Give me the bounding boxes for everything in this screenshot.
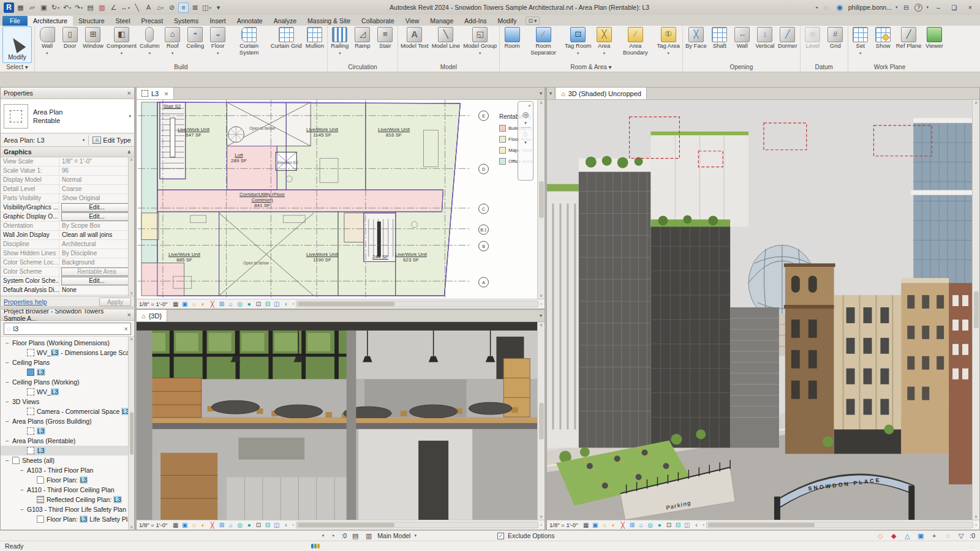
stair-button[interactable]: Stair — [374, 26, 396, 63]
reveal-hidden-elements-icon[interactable]: ◎ — [235, 521, 244, 529]
property-row[interactable]: Parts Visibility Show Original — [1, 194, 134, 203]
curtain-system-button[interactable]: Curtain System — [230, 26, 269, 63]
close-button[interactable]: × — [964, 2, 976, 12]
browser-sheet-view[interactable]: Reflected Ceiling Plan: L3 — [1, 495, 134, 504]
railing-button[interactable]: Railing ▾ — [329, 26, 351, 63]
close-inactive-windows-icon[interactable]: ⊠ — [190, 2, 200, 13]
tree-expander-icon[interactable] — [6, 340, 12, 347]
help-menu-chevron-icon[interactable]: ▾ — [926, 5, 929, 10]
ceiling-button[interactable]: Ceiling — [184, 26, 206, 63]
editing-requests-icon[interactable]: ◔ — [328, 531, 337, 540]
displace-elements-icon[interactable]: ◫ — [682, 521, 692, 529]
area-tag[interactable]: Corridor/Utility (Floor Common) 841 SF — [236, 192, 288, 208]
select-elements-by-face-icon[interactable]: ▣ — [916, 531, 925, 540]
worksets-icon[interactable]: ▤ — [350, 531, 360, 540]
close-navbar-icon[interactable]: × — [528, 103, 531, 108]
show-crop-region-icon[interactable]: ⊞ — [217, 521, 226, 529]
area-tag[interactable]: Live/Work Unit 885 SF — [168, 252, 200, 263]
displace-elements-icon[interactable]: ◫ — [272, 521, 281, 529]
tab-massing-site[interactable]: Massing & Site — [302, 16, 356, 26]
browser-scrollbar[interactable]: ∧∨ — [128, 337, 134, 530]
instance-chevron-icon[interactable]: ▾ — [83, 138, 85, 143]
exterior-view-tab[interactable]: ⌂ 3D (Shaded) Uncropped — [556, 88, 647, 99]
select-panel-label[interactable]: Select ▾ — [2, 63, 32, 72]
status-chevron-icon[interactable]: ▾ — [322, 533, 325, 538]
browser-view[interactable]: L3 — [1, 426, 134, 436]
instance-selector[interactable]: Area Plan: L3 — [4, 137, 80, 144]
browser-view[interactable]: Camera - Commercial Space L3 — [1, 407, 134, 416]
grid-bubble[interactable]: C — [478, 204, 489, 214]
door-button[interactable]: Door — [59, 26, 81, 63]
select-links-icon[interactable]: ◇ — [875, 531, 885, 540]
vertical-opening-button[interactable]: Vertical — [754, 26, 776, 63]
browser-group[interactable]: Floor Plans (Working Dimensions) — [1, 338, 134, 348]
property-row[interactable]: Display Model Normal — [1, 176, 134, 185]
property-row[interactable]: Wall Join Display Clean all wall joins — [1, 231, 134, 240]
tree-expander-icon[interactable] — [6, 418, 12, 425]
thin-lines-icon[interactable]: ≡ — [178, 2, 189, 13]
tab-list-chevron-icon[interactable]: ▾ — [537, 88, 545, 99]
area-boundary-button[interactable]: Area Boundary — [616, 26, 655, 63]
user-menu-chevron-icon[interactable]: ▾ — [895, 5, 898, 10]
exterior-vertical-scrollbar[interactable]: ∧∨ — [972, 100, 979, 520]
ref-plane-button[interactable]: Ref Plane — [895, 26, 923, 63]
model-text-button[interactable]: Model Text — [399, 26, 430, 63]
tree-expander-icon[interactable] — [20, 487, 27, 493]
browser-sheet[interactable]: G103 - Third Floor Life Safety Plan — [1, 504, 134, 514]
grid-bubble[interactable]: E — [478, 111, 489, 121]
tab-architecture[interactable]: Architecture — [28, 16, 73, 26]
sun-path-icon[interactable]: ☼ — [189, 300, 198, 308]
close-view-icon[interactable]: × — [164, 90, 168, 97]
tag-room-button[interactable]: Tag Room ▾ — [564, 26, 592, 63]
crop-view-icon[interactable]: ╳ — [208, 300, 217, 308]
tree-expander-icon[interactable] — [6, 359, 12, 366]
interior-scale[interactable]: 1/8" = 1'-0" — [139, 522, 167, 528]
close-project-browser-icon[interactable]: × — [127, 311, 131, 318]
displace-elements-icon[interactable]: ◫ — [272, 300, 281, 308]
area-tag[interactable]: Live/Work Unit 647 SF — [178, 127, 209, 138]
temporary-view-properties-icon[interactable]: ⊡ — [254, 300, 263, 308]
measure-icon[interactable]: ∠ — [108, 2, 119, 13]
property-row[interactable]: Detail Level Coarse — [1, 185, 134, 194]
type-selector-chevron-icon[interactable]: ▾ — [129, 114, 131, 119]
interior-view-tab[interactable]: ⌂ {3D} — [137, 310, 167, 321]
exterior-canvas[interactable]: Parking SNOWDON PLACE — [547, 100, 972, 520]
room-separator-button[interactable]: Room Separator — [524, 26, 563, 63]
undo-icon[interactable]: ↶ — [62, 2, 72, 13]
crop-view-icon[interactable]: ╳ — [618, 521, 627, 529]
collapse-section-icon[interactable]: ∧ — [127, 149, 132, 155]
detail-level-icon[interactable]: ▦ — [171, 521, 180, 529]
plan-canvas[interactable]: Stair S2 Live/Work Unit 647 SF Loft 289 … — [137, 100, 537, 299]
level-button[interactable]: Level — [802, 26, 824, 63]
browser-sheet-view[interactable]: Floor Plan: L3 — [1, 475, 134, 485]
filter-icon[interactable]: ▽ — [956, 531, 966, 540]
tab-view[interactable]: View — [400, 16, 425, 26]
modify-button[interactable]: Modify — [2, 26, 32, 63]
tab-manage[interactable]: Manage — [424, 16, 459, 26]
visual-style-icon[interactable]: ▣ — [180, 521, 189, 529]
property-row[interactable]: View Scale 1/8" = 1'-0" — [1, 157, 134, 167]
show-crop-region-icon[interactable]: ⊞ — [627, 521, 636, 529]
chevron-down-icon[interactable]: ▾ — [524, 121, 527, 126]
tab-precast[interactable]: Precast — [136, 16, 169, 26]
exterior-scale[interactable]: 1/8" = 1'-0" — [549, 522, 578, 528]
grid-button[interactable]: Grid — [824, 26, 846, 63]
chevron-down-icon[interactable]: ▾ — [524, 140, 527, 145]
temporary-hide-isolate-icon[interactable]: ● — [655, 521, 664, 529]
tab-annotate[interactable]: Annotate — [232, 16, 268, 26]
tab-insert[interactable]: Insert — [204, 16, 231, 26]
properties-help-link[interactable]: Properties help — [4, 298, 47, 305]
browser-sheets-root[interactable]: Sheets (all) — [1, 455, 134, 465]
switch-windows-icon[interactable]: ◫ — [202, 2, 212, 13]
area-tag[interactable]: Live/Work Unit 1190 SF — [306, 252, 338, 263]
detail-level-icon[interactable]: ▦ — [581, 521, 590, 529]
interior-horizontal-scrollbar[interactable] — [296, 522, 538, 528]
curtain-grid-button[interactable]: Curtain Grid — [270, 26, 303, 63]
tab-collaborate[interactable]: Collaborate — [356, 16, 400, 26]
property-row[interactable]: Show Hidden Lines By Discipline — [1, 249, 134, 258]
scroll-left-icon[interactable]: ‹ — [292, 522, 294, 528]
component-button[interactable]: Component ▾ — [105, 26, 138, 63]
sync-with-central-icon[interactable]: ↻ — [50, 2, 61, 13]
tab-modify[interactable]: Modify — [492, 16, 522, 26]
tab-analyze[interactable]: Analyze — [268, 16, 302, 26]
